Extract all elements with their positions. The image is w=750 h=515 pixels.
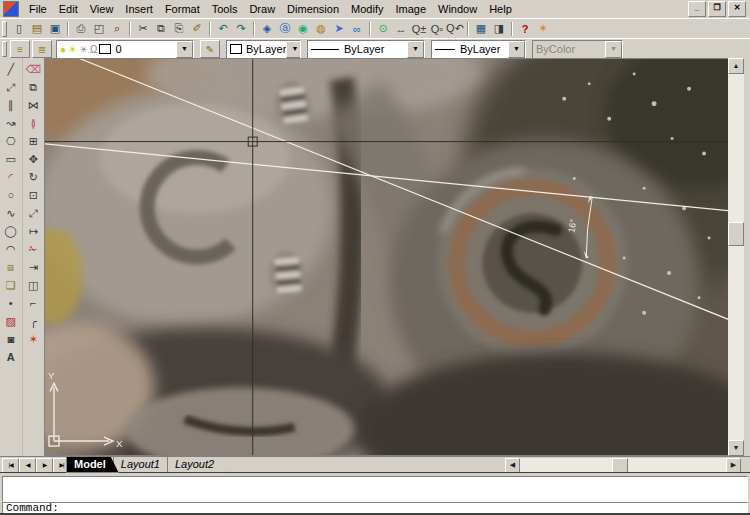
array-button[interactable]: ⊞ <box>23 132 43 150</box>
meet-now-button[interactable]: ◉ <box>294 21 312 37</box>
insert-block-button[interactable]: ⧈ <box>1 258 21 276</box>
match-properties-button[interactable]: ✐ <box>188 21 206 37</box>
paste-button[interactable]: ⎘ <box>170 21 188 37</box>
stretch-button[interactable]: ⤢ <box>23 204 43 222</box>
scroll-left-button[interactable]: ◀ <box>505 458 520 473</box>
menu-item[interactable]: View <box>84 1 120 17</box>
copy-button[interactable]: ⧉ <box>152 21 170 37</box>
minimize-button[interactable]: _ <box>688 1 706 17</box>
close-button[interactable]: ✕ <box>728 1 746 17</box>
lengthen-button[interactable]: ↦ <box>23 222 43 240</box>
copy-object-button[interactable]: ⧉ <box>23 78 43 96</box>
insert-hyperlink-button[interactable]: ∞ <box>348 21 366 37</box>
menu-item[interactable]: Dimension <box>281 1 345 17</box>
layer-combo-dropdown[interactable]: ▼ <box>176 41 193 58</box>
help-button[interactable]: ? <box>516 21 534 37</box>
menu-item[interactable]: Modify <box>345 1 389 17</box>
color-combo-dropdown[interactable]: ▼ <box>286 41 301 58</box>
scroll-right-button[interactable]: ▶ <box>726 458 741 473</box>
scroll-up-button[interactable]: ▲ <box>728 58 744 74</box>
linetype-combo-dropdown[interactable]: ▼ <box>407 41 424 58</box>
polygon-button[interactable]: ⎔ <box>1 132 21 150</box>
autodesk-point-a-button[interactable]: ⓐ <box>276 21 294 37</box>
drawing-canvas[interactable]: 16° Y X <box>44 58 728 456</box>
menu-item[interactable]: Window <box>432 1 483 17</box>
redo-button[interactable]: ↷ <box>232 21 250 37</box>
chamfer-button[interactable]: ⌐ <box>23 294 43 312</box>
break-button[interactable]: ◫ <box>23 276 43 294</box>
spelling-button[interactable]: ⌕ <box>108 21 126 37</box>
spline-button[interactable]: ∿ <box>1 204 21 222</box>
restore-button[interactable]: ❐ <box>708 1 726 17</box>
plot-preview-button[interactable]: ◰ <box>90 21 108 37</box>
toolbar-grip[interactable] <box>2 21 7 37</box>
mirror-button[interactable]: ⋈ <box>23 96 43 114</box>
toolbar-grip[interactable] <box>2 41 7 57</box>
cut-button[interactable]: ✂ <box>134 21 152 37</box>
menu-item[interactable]: File <box>23 1 53 17</box>
point-button[interactable]: • <box>1 294 21 312</box>
menu-item[interactable]: Tools <box>206 1 244 17</box>
zoom-window-button[interactable]: Q▫ <box>428 21 446 37</box>
rotate-button[interactable]: ↻ <box>23 168 43 186</box>
zoom-realtime-button[interactable]: Q± <box>410 21 428 37</box>
save-button[interactable]: ▣ <box>46 21 64 37</box>
today-button[interactable]: ◈ <box>258 21 276 37</box>
explode-button[interactable]: ✶ <box>23 330 43 348</box>
menu-item[interactable]: Format <box>159 1 206 17</box>
make-layer-current-button[interactable]: ✎ <box>200 40 220 58</box>
aerial-view-button[interactable]: ⊙ <box>374 21 392 37</box>
layer-on-icon[interactable]: ● <box>60 44 66 55</box>
circle-button[interactable]: ○ <box>1 186 21 204</box>
next-tab-button[interactable]: ▶ <box>36 458 53 473</box>
line-button[interactable]: ╱ <box>1 60 21 78</box>
etransmit-button[interactable]: ➤ <box>330 21 348 37</box>
lineweight-combo[interactable]: ByLayer ▼ <box>431 40 526 59</box>
menu-item[interactable]: Draw <box>243 1 281 17</box>
offset-button[interactable]: ≬ <box>23 114 43 132</box>
construction-line-button[interactable]: ⤢ <box>1 78 21 96</box>
menu-item[interactable]: Edit <box>53 1 84 17</box>
arc-button[interactable]: ◜ <box>1 168 21 186</box>
lineweight-combo-dropdown[interactable]: ▼ <box>508 41 525 58</box>
scroll-down-button[interactable]: ▼ <box>728 440 744 456</box>
vertical-scrollbar[interactable]: ▲ ▼ <box>728 58 744 456</box>
prev-tab-button[interactable]: ◀ <box>19 458 36 473</box>
multiline-text-button[interactable]: A <box>1 348 21 366</box>
make-block-button[interactable]: ❏ <box>1 276 21 294</box>
designcenter-button[interactable]: ▦ <box>472 21 490 37</box>
publish-to-web-button[interactable]: ◍ <box>312 21 330 37</box>
undo-button[interactable]: ↶ <box>214 21 232 37</box>
tab-layout2[interactable]: Layout2 <box>167 457 227 473</box>
rectangle-button[interactable]: ▭ <box>1 150 21 168</box>
fillet-button[interactable]: ╭ <box>23 312 43 330</box>
scale-button[interactable]: ⊡ <box>23 186 43 204</box>
polyline-button[interactable]: ↝ <box>1 114 21 132</box>
open-button[interactable]: ▤ <box>28 21 46 37</box>
layers-button[interactable]: ≡ <box>10 40 30 58</box>
plot-button[interactable]: ⎙ <box>72 21 90 37</box>
ellipse-arc-button[interactable]: ◠ <box>1 240 21 258</box>
app-icon[interactable] <box>3 1 19 17</box>
first-tab-button[interactable]: |◀ <box>2 458 19 473</box>
layer-freeze-vp-icon[interactable]: ☀ <box>79 44 88 55</box>
move-button[interactable]: ✥ <box>23 150 43 168</box>
menu-item[interactable]: Image <box>389 1 432 17</box>
layer-thaw-icon[interactable]: ☀ <box>68 44 77 55</box>
layer-lock-icon[interactable]: Ω <box>90 44 97 55</box>
properties-button[interactable]: ◨ <box>490 21 508 37</box>
layer-states-button[interactable]: ≣ <box>32 40 52 58</box>
region-button[interactable]: ◙ <box>1 330 21 348</box>
vertical-scroll-thumb[interactable] <box>728 222 744 246</box>
command-input[interactable]: Command: <box>2 502 748 515</box>
horizontal-scrollbar[interactable]: ◀ ▶ <box>505 458 741 472</box>
ellipse-button[interactable]: ◯ <box>1 222 21 240</box>
extend-button[interactable]: ⇥ <box>23 258 43 276</box>
multiline-button[interactable]: ∥ <box>1 96 21 114</box>
command-history[interactable]: [All/Center/Dynamic/Extents/Previous/Sca… <box>2 476 748 502</box>
linetype-combo[interactable]: ByLayer ▼ <box>307 40 425 59</box>
pan-realtime-button[interactable]: ↔ <box>392 21 410 37</box>
menu-item[interactable]: Help <box>483 1 518 17</box>
layer-combo[interactable]: ● ☀ ☀ Ω 0 ▼ <box>56 40 194 59</box>
tab-layout1[interactable]: Layout1 <box>113 457 173 473</box>
